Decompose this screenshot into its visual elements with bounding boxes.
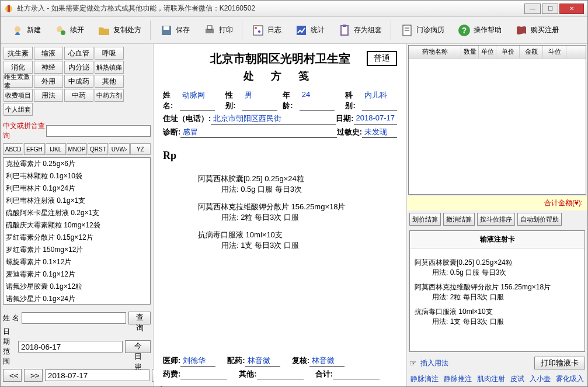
- print-button[interactable]: 打印: [197, 20, 238, 40]
- rx-date: 2018-07-17: [354, 113, 398, 125]
- svg-rect-13: [341, 26, 348, 35]
- category-grid: 抗生素输液心血管呼吸消化神经内分泌解热镇痛维生素激素外用中成药其他收费项目用法中…: [1, 44, 153, 119]
- alpha-button[interactable]: UVW›: [109, 143, 129, 155]
- route-link[interactable]: 静脉推注: [444, 374, 472, 384]
- minimize-button[interactable]: —: [524, 4, 541, 14]
- next-button[interactable]: >>: [24, 369, 43, 382]
- category-button[interactable]: 用法: [34, 89, 63, 102]
- category-button[interactable]: 其他: [95, 75, 124, 88]
- patient-addr: 北京市朝阳区西民街: [211, 113, 293, 125]
- date-to-input[interactable]: [45, 369, 149, 381]
- query-button[interactable]: 查 询: [128, 312, 151, 324]
- drug-item[interactable]: 螺旋霉素片 0.1×12片: [4, 256, 150, 268]
- drug-item[interactable]: 诺氟沙星片 0.1g×24片: [4, 293, 150, 305]
- category-button[interactable]: 消化: [4, 61, 33, 74]
- svg-point-4: [61, 30, 65, 35]
- drug-item[interactable]: 罗红霉素片 150mg×12片: [4, 244, 150, 256]
- alpha-button[interactable]: MNOP: [67, 143, 87, 155]
- drug-item[interactable]: 利巴韦林颗粒 0.1g×10袋: [4, 170, 150, 182]
- drug-item[interactable]: 硫酸阿米卡星注射液 0.2g×1支: [4, 207, 150, 219]
- route-link[interactable]: 雾化吸入: [556, 374, 584, 384]
- titlebar: 处方录入 - 如果需要定做处方格式或其他功能，请联系作者微信：K20160502…: [1, 1, 587, 17]
- outpatient-button[interactable]: 门诊病历: [395, 20, 450, 40]
- new-icon: [11, 23, 25, 37]
- doctor: 刘德华: [180, 355, 215, 367]
- new-button[interactable]: 新建: [5, 20, 46, 40]
- rp-label: Rp: [163, 150, 397, 162]
- route-link[interactable]: 入小壶: [530, 374, 551, 384]
- name-input[interactable]: [22, 312, 126, 324]
- category-button[interactable]: 抗生素: [4, 47, 33, 60]
- table-header: 单价: [496, 46, 520, 58]
- hospital-name: 北京市朝阳区光明村卫生室: [210, 51, 350, 67]
- card-item: 阿莫西林克拉维酸钾分散片 156.25mg×18片用法: 2粒 每日3次 口服: [415, 282, 580, 302]
- toolbar: 新建 续开 复制处方 保存 打印 日志 统计 存为组套 门诊病历 ?操作帮助 购…: [1, 17, 587, 44]
- action-button[interactable]: 撤消结算: [443, 213, 475, 226]
- action-button[interactable]: 划价结算: [409, 213, 441, 226]
- insert-usage-link[interactable]: 插入用法: [420, 358, 448, 368]
- patient-name: 动脉网: [180, 90, 215, 111]
- drug-item[interactable]: 利巴韦林注射液 0.1g×1支: [4, 195, 150, 207]
- category-button[interactable]: 中成药: [64, 75, 93, 88]
- continue-button[interactable]: 续开: [48, 20, 89, 40]
- rx-item: 阿莫西林胶囊[0.25] 0.25g×24粒用法: 0.5g 口服 每日3次: [198, 174, 397, 195]
- stats-button[interactable]: 统计: [289, 20, 330, 40]
- alpha-button[interactable]: ABCD: [3, 143, 23, 155]
- left-panel: 抗生素输液心血管呼吸消化神经内分泌解热镇痛维生素激素外用中成药其他收费项目用法中…: [1, 44, 154, 386]
- category-button[interactable]: 中药方剂: [95, 89, 124, 102]
- clipboard-icon: [338, 23, 352, 37]
- card-title: 输液注射卡: [410, 231, 584, 248]
- today-button[interactable]: 今日患者: [125, 340, 151, 353]
- drug-list[interactable]: 克拉霉素片 0.25g×6片利巴韦林颗粒 0.1g×10袋利巴韦林片 0.1g×…: [3, 157, 151, 305]
- diagnosis: 感冒: [180, 127, 215, 138]
- buy-button[interactable]: 购买注册: [509, 20, 564, 40]
- table-header: 药物名称: [409, 46, 461, 58]
- continue-icon: [54, 23, 68, 37]
- total-row: 合计金额(¥):: [407, 196, 587, 210]
- category-button[interactable]: 外用: [34, 75, 63, 88]
- category-button[interactable]: 解热镇痛: [95, 61, 124, 74]
- category-button[interactable]: 内分泌: [64, 61, 93, 74]
- record-icon: [400, 23, 414, 37]
- folder-icon: [97, 23, 111, 37]
- route-link[interactable]: 皮试: [510, 374, 524, 384]
- drug-item[interactable]: 克拉霉素片 0.25g×6片: [4, 158, 150, 170]
- route-link[interactable]: 肌肉注射: [477, 374, 505, 384]
- drug-item[interactable]: 硫酸庆大霉素颗粒 10mg×12袋: [4, 219, 150, 231]
- search-input[interactable]: [46, 125, 151, 137]
- table-header: 斗位: [543, 46, 566, 58]
- category-button[interactable]: 收费项目: [4, 89, 33, 102]
- print-card-button[interactable]: 打印输液卡: [534, 357, 585, 369]
- alpha-button[interactable]: IJKL: [46, 143, 66, 155]
- category-button[interactable]: 心血管: [64, 47, 93, 60]
- drug-item[interactable]: 诺氟沙星胶囊 0.1g×12粒: [4, 281, 150, 293]
- log-button[interactable]: 日志: [246, 20, 287, 40]
- date-from-input[interactable]: [18, 341, 123, 353]
- category-button[interactable]: 个人组套: [4, 103, 33, 116]
- maximize-button[interactable]: ☐: [542, 4, 558, 14]
- save-button[interactable]: 保存: [154, 20, 195, 40]
- category-button[interactable]: 呼吸: [95, 47, 124, 60]
- category-button[interactable]: 神经: [34, 61, 63, 74]
- drug-item[interactable]: 麦迪霉素片 0.1g×12片: [4, 268, 150, 281]
- checker: 林音微: [309, 355, 345, 367]
- alpha-button[interactable]: YZ: [130, 143, 151, 155]
- prev-button[interactable]: <<: [3, 369, 22, 382]
- svg-point-2: [15, 26, 20, 32]
- drug-item[interactable]: 罗红霉素分散片 0.15g×12片: [4, 231, 150, 244]
- copy-rx-button[interactable]: 复制处方: [92, 20, 147, 40]
- route-link[interactable]: 静脉滴注: [410, 374, 439, 384]
- help-button[interactable]: ?操作帮助: [452, 20, 507, 40]
- svg-rect-14: [343, 25, 346, 27]
- category-button[interactable]: 输液: [34, 47, 63, 60]
- save-set-button[interactable]: 存为组套: [332, 20, 387, 40]
- drug-item[interactable]: 利巴韦林片 0.1g×24片: [4, 182, 150, 195]
- table-header: 金额: [520, 46, 543, 58]
- close-button[interactable]: ✕: [559, 4, 584, 14]
- action-button[interactable]: 自动划价帮助: [517, 213, 562, 226]
- alpha-button[interactable]: QRST: [88, 143, 108, 155]
- category-button[interactable]: 中药: [64, 89, 93, 102]
- category-button[interactable]: 维生素激素: [4, 75, 33, 88]
- alpha-button[interactable]: EFGH: [24, 143, 44, 155]
- action-button[interactable]: 按斗位排序: [477, 213, 515, 226]
